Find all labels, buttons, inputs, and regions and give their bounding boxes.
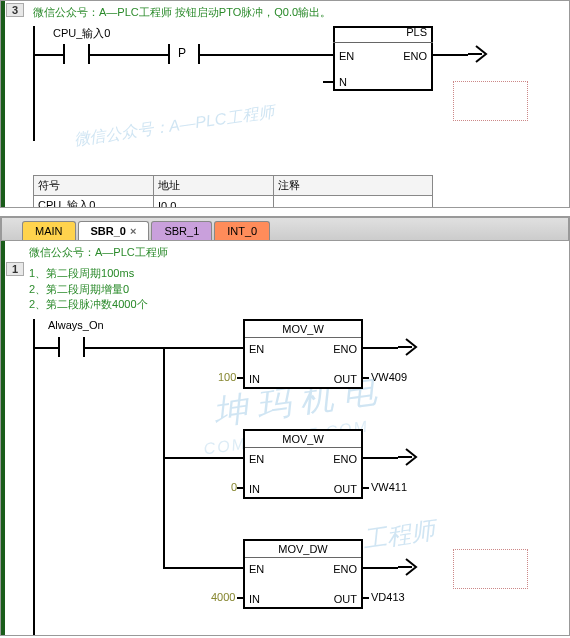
rung-comment: 微信公众号：A—PLC工程师 按钮启动PTO脉冲，Q0.0输出。 xyxy=(33,5,569,20)
col-symbol: 符号 xyxy=(34,176,154,196)
comment-line: 2、第二段脉冲数4000个 xyxy=(29,297,569,312)
ladder-area-1: 微信公众号：A—PLC工程师 CPU_输入0 P PLS EN ENO N xyxy=(33,26,569,141)
ladder-area-2: 坤 玛 机 电 COMEON365.COM 工程师 Always_On MOV_… xyxy=(33,319,569,636)
block-title: MOV_DW xyxy=(245,541,361,555)
tab-main[interactable]: MAIN xyxy=(22,221,76,240)
tab-sbr1[interactable]: SBR_1 xyxy=(151,221,212,240)
block-title: MOV_W xyxy=(245,431,361,445)
in-value: 4000 xyxy=(211,591,235,603)
left-green-bar xyxy=(1,1,5,207)
output-arrow xyxy=(398,555,422,579)
en-pin: EN xyxy=(339,50,354,62)
contact-label: Always_On xyxy=(48,319,104,331)
close-icon[interactable]: × xyxy=(130,225,136,237)
tab-sbr0-label: SBR_0 xyxy=(91,225,126,237)
n-wire xyxy=(323,81,333,83)
wire xyxy=(363,347,398,349)
wire xyxy=(433,54,468,56)
wire xyxy=(33,54,63,56)
wire xyxy=(198,54,333,56)
p-edge: P xyxy=(178,46,186,60)
header-comment: 微信公众号：A—PLC工程师 xyxy=(29,245,569,260)
output-arrow xyxy=(468,42,492,66)
tab-sbr0[interactable]: SBR_0× xyxy=(78,221,150,240)
contact-label: CPU_输入0 xyxy=(53,26,110,41)
rung-number: 1 xyxy=(6,262,24,276)
in-pin: IN xyxy=(249,593,260,605)
block-title: MOV_W xyxy=(245,321,361,335)
mov-dw-block: MOV_DW EN ENO IN OUT xyxy=(243,539,363,609)
en-pin: EN xyxy=(249,563,264,575)
output-arrow xyxy=(398,335,422,359)
mov-w-block-2: MOV_W EN ENO IN OUT xyxy=(243,429,363,499)
eno-pin: ENO xyxy=(333,563,357,575)
comment-line: 1、第二段周期100ms xyxy=(29,266,569,281)
rung-number: 3 xyxy=(6,3,24,17)
cell-address: I0.0 xyxy=(154,196,274,208)
ladder-panel-1: 3 微信公众号：A—PLC工程师 按钮启动PTO脉冲，Q0.0输出。 微信公众号… xyxy=(0,0,570,208)
cell-symbol: CPU_输入0 xyxy=(34,196,154,208)
pls-block: PLS EN ENO N xyxy=(333,26,433,91)
ladder-panel-2: MAIN SBR_0× SBR_1 INT_0 微信公众号：A—PLC工程师 1… xyxy=(0,216,570,636)
in-value: 100 xyxy=(218,371,236,383)
wire xyxy=(363,567,398,569)
eno-pin: ENO xyxy=(333,453,357,465)
eno-pin: ENO xyxy=(403,50,427,62)
power-rail xyxy=(33,319,35,636)
comment-line: 2、第二段周期增量0 xyxy=(29,282,569,297)
tab-int0[interactable]: INT_0 xyxy=(214,221,270,240)
pls-title: PLS xyxy=(406,26,427,38)
out-pin: OUT xyxy=(334,373,357,385)
tab-bar: MAIN SBR_0× SBR_1 INT_0 xyxy=(1,217,569,241)
dotted-box xyxy=(453,81,528,121)
watermark-text: 微信公众号：A—PLC工程师 xyxy=(73,102,276,151)
col-address: 地址 xyxy=(154,176,274,196)
out-pin: OUT xyxy=(334,483,357,495)
dotted-box xyxy=(453,549,528,589)
left-green-bar xyxy=(1,241,5,635)
out-pin: OUT xyxy=(334,593,357,605)
contact-left xyxy=(63,44,65,64)
eno-pin: ENO xyxy=(333,343,357,355)
wire xyxy=(88,54,168,56)
block-divider xyxy=(333,42,433,43)
out-value: VW411 xyxy=(371,481,407,493)
en-pin: EN xyxy=(249,453,264,465)
out-value: VD413 xyxy=(371,591,405,603)
table-row: CPU_输入0 I0.0 xyxy=(34,196,433,208)
col-comment: 注释 xyxy=(274,176,433,196)
p-left xyxy=(168,44,170,64)
watermark-text: 工程师 xyxy=(361,514,437,556)
output-arrow xyxy=(398,445,422,469)
wire xyxy=(363,457,398,459)
cell-comment xyxy=(274,196,433,208)
out-value: VW409 xyxy=(371,371,407,383)
wire xyxy=(163,567,243,569)
en-pin: EN xyxy=(249,343,264,355)
mov-w-block-1: MOV_W EN ENO IN OUT xyxy=(243,319,363,389)
power-rail xyxy=(33,26,35,141)
symbol-table: 符号 地址 注释 CPU_输入0 I0.0 xyxy=(33,175,433,208)
in-pin: IN xyxy=(249,483,260,495)
n-pin: N xyxy=(339,76,347,88)
wire xyxy=(163,457,243,459)
in-pin: IN xyxy=(249,373,260,385)
contact-left xyxy=(58,337,60,357)
wire xyxy=(33,347,58,349)
